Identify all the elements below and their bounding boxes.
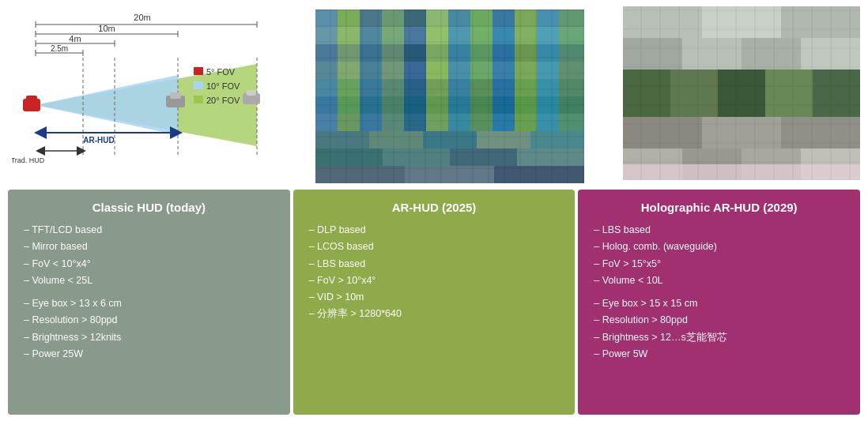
list-item: – Volume < 10L: [591, 273, 847, 289]
svg-rect-76: [404, 96, 426, 114]
fov5-swatch: [194, 67, 203, 75]
svg-rect-49: [338, 62, 360, 79]
svg-rect-42: [448, 44, 470, 62]
svg-rect-43: [470, 44, 492, 62]
center-pixel-svg: [315, 9, 584, 183]
diagram-area: 20m 10m 4m 2.5m: [8, 6, 277, 186]
svg-rect-28: [404, 27, 426, 44]
svg-rect-126: [781, 117, 860, 148]
card-ar: AR-HUD (2025) – DLP based – LCOS based –…: [293, 190, 576, 415]
svg-rect-71: [559, 79, 584, 96]
svg-rect-127: [623, 148, 682, 180]
svg-rect-32: [492, 27, 515, 44]
svg-rect-80: [492, 96, 515, 114]
dist-2-5m-label: 2.5m: [51, 44, 68, 53]
svg-rect-128: [682, 148, 742, 180]
svg-rect-131: [623, 164, 860, 180]
svg-rect-44: [492, 44, 515, 62]
list-item: – 分辨率 > 1280*640: [306, 306, 563, 322]
svg-rect-53: [426, 62, 448, 79]
svg-rect-24: [315, 27, 338, 44]
svg-rect-119: [670, 70, 718, 117]
dist-10m-label: 10m: [98, 24, 115, 33]
svg-rect-92: [492, 114, 515, 131]
list-item: – FoV < 10°x4°: [21, 256, 277, 273]
svg-rect-125: [702, 117, 781, 148]
svg-rect-66: [448, 79, 470, 96]
svg-rect-98: [369, 131, 423, 148]
list-item: – FoV > 10°x4°: [306, 273, 563, 289]
svg-rect-47: [559, 44, 584, 62]
svg-rect-37: [338, 44, 360, 62]
svg-rect-93: [515, 114, 537, 131]
svg-rect-81: [515, 96, 537, 114]
svg-rect-113: [781, 6, 860, 38]
svg-rect-69: [515, 79, 537, 96]
svg-rect-57: [515, 62, 537, 79]
svg-rect-106: [315, 166, 405, 183]
list-item: – Eye box > 13 x 6 cm: [21, 295, 277, 312]
svg-rect-23: [559, 9, 584, 27]
svg-rect-105: [517, 148, 584, 166]
svg-rect-21: [515, 9, 537, 27]
svg-rect-109: [623, 6, 860, 180]
spacer: [21, 289, 277, 295]
list-item: – DLP based: [306, 222, 563, 239]
svg-rect-67: [470, 79, 492, 96]
list-item: – TFT/LCD based: [21, 222, 277, 239]
svg-rect-65: [426, 79, 448, 96]
center-image-area: [285, 6, 615, 186]
svg-rect-46: [537, 44, 559, 62]
svg-rect-58: [537, 62, 559, 79]
list-item: – Eye box > 15 x 15 cm: [591, 295, 847, 312]
svg-rect-107: [405, 166, 494, 183]
svg-rect-84: [315, 114, 338, 131]
svg-rect-60: [315, 79, 338, 96]
svg-rect-96: [315, 131, 584, 183]
svg-rect-77: [426, 96, 448, 114]
svg-rect-27: [382, 27, 404, 44]
svg-rect-19: [470, 9, 492, 27]
svg-rect-94: [537, 114, 559, 131]
hud-diagram-svg: 20m 10m 4m 2.5m: [12, 10, 273, 186]
svg-rect-82: [537, 96, 559, 114]
trad-hud-label: Trad. HUD: [12, 156, 45, 164]
fov10-label: 10° FOV: [206, 81, 240, 91]
svg-rect-115: [682, 38, 742, 70]
svg-rect-36: [315, 44, 338, 62]
svg-rect-112: [702, 6, 781, 38]
svg-rect-124: [623, 117, 702, 148]
svg-rect-29: [426, 27, 448, 44]
svg-rect-31: [470, 27, 492, 44]
svg-rect-108: [494, 166, 584, 183]
car-mid-top: [170, 92, 181, 99]
bottom-section: Classic HUD (today) – TFT/LCD based – Mi…: [0, 190, 868, 421]
svg-rect-73: [338, 96, 360, 114]
right-image-area: [623, 6, 860, 180]
svg-rect-64: [404, 79, 426, 96]
svg-rect-103: [383, 148, 450, 166]
svg-rect-14: [360, 9, 382, 27]
svg-rect-56: [492, 62, 515, 79]
card-classic-list: – TFT/LCD based – Mirror based – FoV < 1…: [21, 222, 277, 363]
fov-10-shape: [36, 75, 178, 135]
svg-rect-78: [448, 96, 470, 114]
svg-rect-59: [559, 62, 584, 79]
svg-rect-91: [470, 114, 492, 131]
svg-rect-123: [623, 117, 860, 180]
svg-rect-26: [360, 27, 382, 44]
svg-rect-110: [623, 6, 860, 70]
svg-rect-39: [382, 44, 404, 62]
list-item: – LBS based: [306, 256, 563, 273]
svg-rect-41: [426, 44, 448, 62]
svg-rect-54: [448, 62, 470, 79]
card-classic: Classic HUD (today) – TFT/LCD based – Mi…: [8, 190, 290, 415]
svg-rect-75: [382, 96, 404, 114]
svg-rect-30: [448, 27, 470, 44]
list-item: – VID > 10m: [306, 289, 563, 306]
svg-rect-102: [315, 148, 383, 166]
car-source-top: [26, 96, 37, 102]
car-far-top: [247, 90, 256, 96]
svg-rect-117: [801, 38, 860, 70]
svg-rect-63: [382, 79, 404, 96]
